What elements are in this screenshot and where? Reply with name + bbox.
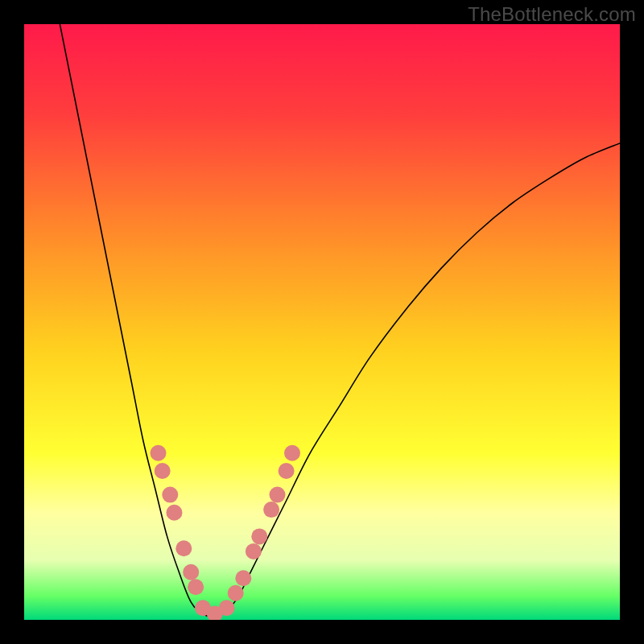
data-marker: [188, 579, 204, 595]
data-marker: [263, 502, 279, 518]
data-marker: [284, 445, 300, 461]
data-marker: [166, 505, 182, 521]
data-marker: [228, 585, 244, 601]
data-marker: [270, 487, 286, 503]
watermark-text: TheBottleneck.com: [468, 3, 636, 26]
data-marker: [162, 487, 178, 503]
plot-area: [24, 24, 620, 620]
data-marker: [183, 564, 199, 580]
data-marker: [251, 528, 267, 544]
chart-svg: [24, 24, 620, 620]
data-marker: [235, 570, 251, 586]
data-marker: [219, 600, 235, 616]
gradient-background: [24, 24, 620, 620]
data-marker: [246, 543, 262, 559]
data-marker: [151, 445, 167, 461]
data-marker: [175, 540, 192, 556]
data-marker: [155, 463, 171, 479]
chart-frame: TheBottleneck.com: [0, 0, 644, 644]
data-marker: [279, 463, 295, 479]
